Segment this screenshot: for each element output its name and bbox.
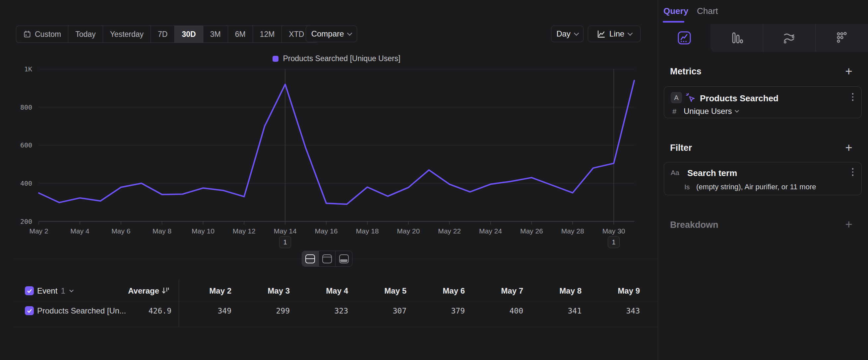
range-7d[interactable]: 7D [151, 26, 175, 43]
chart-type-selector [658, 24, 868, 52]
range-custom[interactable]: Custom [16, 26, 68, 43]
sort-descending-icon[interactable] [161, 286, 170, 295]
chevron-down-icon [347, 30, 352, 35]
table-column-header[interactable]: May 9 [588, 286, 646, 296]
x-axis-label: May 22 [428, 227, 471, 235]
range-6m[interactable]: 6M [228, 26, 253, 43]
flow-icon [782, 31, 796, 45]
x-axis-label: May 24 [469, 227, 512, 235]
layout-table-only-button[interactable] [335, 251, 352, 266]
chart-type-metrics[interactable] [815, 24, 868, 52]
x-axis-label: May 30 [592, 227, 635, 235]
dots-grid-icon [835, 31, 849, 45]
table-cell-value: 349 [179, 307, 238, 315]
chevron-down-icon [735, 108, 739, 113]
range-label: 6M [235, 30, 246, 39]
layout-chart-only-button[interactable] [319, 251, 336, 266]
chart-type-bar[interactable] [711, 24, 763, 52]
granularity-button[interactable]: Day [551, 26, 584, 42]
x-axis-label: May 28 [551, 227, 594, 235]
compare-label: Compare [311, 29, 344, 38]
add-metric-button[interactable]: + [842, 66, 856, 77]
range-label: 3M [210, 30, 221, 39]
chevron-down-icon [69, 288, 73, 292]
chart-type-flow[interactable] [763, 24, 816, 52]
aggregation-selector[interactable]: Unique Users [684, 107, 738, 116]
add-filter-button[interactable]: + [842, 142, 856, 154]
table-cell-value: 299 [238, 307, 296, 315]
tab-query[interactable]: Query [663, 6, 688, 16]
filter-property[interactable]: Search term [687, 168, 737, 178]
check-icon [27, 288, 32, 294]
range-label: Yesterday [110, 30, 144, 39]
range-3m[interactable]: 3M [203, 26, 228, 43]
panel-divider [658, 0, 658, 360]
range-12m[interactable]: 12M [253, 26, 282, 43]
event-label: Event [37, 286, 57, 296]
y-axis-label: 1K [9, 65, 32, 73]
table-cell-value: 307 [354, 307, 412, 315]
table-column-header[interactable]: May 5 [354, 286, 412, 296]
legend-swatch [273, 56, 279, 62]
chart-type-label: Line [610, 29, 624, 38]
add-breakdown-button[interactable]: + [842, 219, 856, 230]
x-axis-label: May 20 [387, 227, 430, 235]
y-axis-label: 800 [9, 103, 32, 111]
metric-letter-badge: A [671, 92, 682, 103]
table-date-headers: May 2May 3May 4May 5May 6May 7May 8May 9 [179, 286, 646, 296]
calendar-icon [23, 30, 31, 38]
chart-view-icon [322, 254, 332, 264]
metric-name[interactable]: Products Searched [700, 93, 778, 104]
annotation-badge[interactable]: 1 [608, 236, 620, 248]
filter-card[interactable]: Aa Search term Is (empty string), Air pu… [664, 162, 862, 195]
table-cell-value: 343 [588, 307, 646, 315]
table-row-divider [13, 327, 658, 327]
range-label: 12M [260, 30, 275, 39]
range-yesterday[interactable]: Yesterday [103, 26, 151, 43]
event-row-checkbox[interactable] [25, 306, 34, 315]
table-cell-value: 400 [471, 307, 529, 315]
x-axis-label: May 16 [305, 227, 348, 235]
line-chart-icon [596, 30, 606, 38]
split-view-icon [305, 254, 315, 264]
x-axis-label: May 10 [181, 227, 224, 235]
x-axis-label: May 2 [17, 227, 60, 235]
range-today[interactable]: Today [68, 26, 102, 43]
layout-toggle [302, 251, 352, 267]
aggregation-label: Unique Users [684, 107, 732, 116]
range-label: 7D [158, 30, 167, 39]
table-column-header[interactable]: May 7 [471, 286, 529, 296]
chart-type-line-selected[interactable] [658, 24, 711, 52]
average-column-header[interactable]: Average [80, 286, 159, 296]
table-column-header[interactable]: May 6 [412, 286, 471, 296]
x-axis-label: May 8 [141, 227, 184, 235]
event-cursor-icon [685, 92, 696, 103]
insights-report: CustomTodayYesterday7D30D3M6M12MXTD Comp… [0, 0, 868, 360]
tab-chart[interactable]: Chart [697, 6, 718, 16]
table-column-header[interactable]: May 8 [529, 286, 588, 296]
annotation-badge[interactable]: 1 [279, 236, 291, 248]
event-select-all-checkbox[interactable] [25, 286, 34, 295]
table-row-average: 426.9 [93, 307, 172, 315]
compare-button[interactable]: Compare [306, 26, 357, 42]
metric-menu-button[interactable] [852, 93, 854, 101]
event-header[interactable]: Event 1 [37, 286, 73, 296]
x-axis-label: May 12 [222, 227, 266, 235]
table-column-header[interactable]: May 3 [238, 286, 296, 296]
table-view-icon [339, 254, 349, 264]
filter-operator[interactable]: Is [684, 183, 690, 191]
filter-value[interactable]: (empty string), Air purifier, or 11 more [696, 183, 816, 191]
chart-type-button[interactable]: Line [588, 26, 641, 42]
layout-split-button[interactable] [302, 251, 319, 266]
x-axis-label: May 18 [346, 227, 389, 235]
aggregation-symbol: # [672, 107, 676, 116]
table-column-header[interactable]: May 2 [179, 286, 238, 296]
filter-menu-button[interactable] [852, 168, 854, 176]
table-header-divider [13, 302, 658, 302]
range-label: Custom [35, 30, 61, 39]
table-column-header[interactable]: May 4 [296, 286, 354, 296]
x-axis-label: May 14 [264, 227, 307, 235]
range-30d[interactable]: 30D [175, 26, 203, 43]
chevron-down-icon [574, 30, 579, 35]
metric-card[interactable]: A Products Searched # Unique Users [664, 86, 862, 118]
